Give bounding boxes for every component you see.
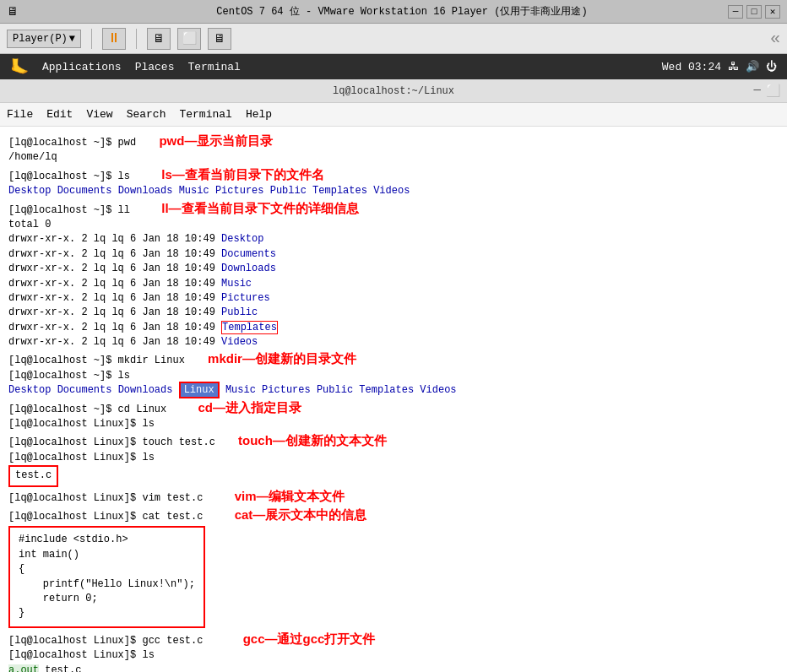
player-dropdown-icon: ▼ [69,33,75,45]
terminal-controls: ─ ⬜ [754,84,780,98]
gnome-clock: Wed 03:24 [662,61,721,73]
code-line-1: #include <stdio.h> [19,533,195,547]
line-ls4-cmd: [lq@localhost Linux]$ ls [8,648,779,663]
annotation-cd: cd—进入指定目录 [198,400,301,415]
terminal-menu-bar: File Edit View Search Terminal Help [0,103,787,127]
linux-dir-highlight: Linux [179,382,220,398]
terminal-maximize-button[interactable]: ⬜ [766,84,780,98]
line-ls2-cmd: [lq@localhost ~]$ ls [8,369,779,383]
menu-terminal[interactable]: Terminal [179,108,231,121]
detail-videos: drwxr-xr-x. 2 lq lq 6 Jan 18 10:49 Video… [8,335,779,350]
code-block: #include <stdio.h> int main() { printf("… [8,526,205,627]
toolbar-sep-1 [91,29,92,49]
restore-button[interactable]: □ [746,5,762,19]
menu-help[interactable]: Help [246,108,272,121]
line-vim-cmd: [lq@localhost Linux]$ vim test.c vim—编辑文… [8,487,779,506]
minimize-button[interactable]: ─ [728,5,743,19]
terminal-title: lq@localhost:~/Linux [333,85,454,97]
detail-music: drwxr-xr-x. 2 lq lq 6 Jan 18 10:49 Music [8,277,779,291]
annotation-touch: touch—创建新的文本文件 [238,433,387,447]
testc-highlight: test.c [8,465,58,486]
detail-downloads: drwxr-xr-x. 2 lq lq 6 Jan 18 10:49 Downl… [8,262,779,276]
annotation-vim: vim—编辑文本文件 [235,489,345,503]
places-menu[interactable]: Places [135,61,175,73]
annotation-pwd: pwd—显示当前目录 [159,133,273,148]
fullscreen-button[interactable]: 🖥 [208,28,231,50]
line-ll-cmd: [lq@localhost ~]$ ll ll—查看当前目录下文件的详细信息 [8,199,779,218]
network-icon: 🖧 [728,61,739,73]
terminal-minimize-button[interactable]: ─ [754,84,761,98]
terminal-window: lq@localhost:~/Linux ─ ⬜ File Edit View … [0,79,787,672]
detail-desktop: drwxr-xr-x. 2 lq lq 6 Jan 18 10:49 Deskt… [8,232,779,247]
detail-pictures: drwxr-xr-x. 2 lq lq 6 Jan 18 10:49 Pictu… [8,291,779,306]
line-gcc-cmd: [lq@localhost Linux]$ gcc test.c gcc—通过g… [8,630,779,648]
code-line-6: } [19,606,195,621]
annotation-ls: ls—查看当前目录下的文件名 [161,167,324,182]
line-pwd-output: /home/lq [8,150,779,165]
terminal-titlebar: lq@localhost:~/Linux ─ ⬜ [0,79,787,103]
terminal-menu[interactable]: Terminal [187,61,240,73]
terminal-content[interactable]: [lq@localhost ~]$ pwd pwd—显示当前目录 /home/l… [0,127,787,672]
player-menu-button[interactable]: Player(P) ▼ [7,30,81,48]
player-label: Player(P) [13,33,68,45]
volume-icon: 🔊 [746,60,759,73]
gnome-right-panel: Wed 03:24 🖧 🔊 ⏻ [662,60,777,73]
menu-edit[interactable]: Edit [46,108,73,121]
line-aout-output: a.out test.c [8,664,779,673]
gnome-topbar: 🦶 Applications Places Terminal Wed 03:24… [0,54,787,79]
annotation-cat: cat—展示文本中的信息 [235,507,367,522]
pause-button[interactable]: ⏸ [102,28,126,50]
code-line-4: printf("Hello Linux!\n"); [19,577,195,592]
aout-file: a.out [8,664,39,673]
line-ls-cmd: [lq@localhost ~]$ ls ls—查看当前目录下的文件名 [8,165,779,184]
line-total: total 0 [8,218,779,232]
gnome-logo-icon: 🦶 [10,57,29,76]
menu-view[interactable]: View [86,108,112,121]
line-cat-cmd: [lq@localhost Linux]$ cat test.c cat—展示文… [8,506,779,524]
detail-public: drwxr-xr-x. 2 lq lq 6 Jan 18 10:49 Publi… [8,306,779,320]
window-controls: ─ □ ✕ [728,5,780,19]
menu-search[interactable]: Search [127,108,166,121]
line-touch-cmd: [lq@localhost Linux]$ touch test.c touch… [8,431,779,450]
power-icon: ⏻ [766,61,777,73]
line-mkdir-cmd: [lq@localhost ~]$ mkdir Linux mkdir—创建新的… [8,350,779,368]
annotation-mkdir: mkdir—创建新的目录文件 [208,351,356,366]
annotation-gcc: gcc—通过gcc打开文件 [243,631,376,646]
toolbar-sep-2 [136,29,137,49]
vm-title: CentOS 7 64 位 - VMware Workstation 16 Pl… [24,4,780,19]
line-cd-cmd: [lq@localhost ~]$ cd Linux cd—进入指定目录 [8,398,779,417]
send-ctrl-alt-del-button[interactable]: 🖥 [147,28,171,50]
line-ls-linux-cmd: [lq@localhost Linux]$ ls [8,417,779,431]
fit-guest-button[interactable]: ⬜ [177,28,201,50]
applications-menu[interactable]: Applications [42,61,122,73]
back-icon: « [770,29,780,48]
code-line-3: { [19,562,195,577]
line-testc-output: test.c [8,465,779,486]
code-line-5: return 0; [19,592,195,606]
line-ls-output: Desktop Documents Downloads Music Pictur… [8,184,779,198]
vmware-toolbar: Player(P) ▼ ⏸ 🖥 ⬜ 🖥 « [0,24,787,54]
line-ls2-output: Desktop Documents Downloads Linux Music … [8,383,779,398]
menu-file[interactable]: File [7,108,33,121]
close-button[interactable]: ✕ [765,5,780,19]
detail-documents: drwxr-xr-x. 2 lq lq 6 Jan 18 10:49 Docum… [8,247,779,262]
line-ls3-cmd: [lq@localhost Linux]$ ls [8,451,779,465]
annotation-ll: ll—查看当前目录下文件的详细信息 [161,201,358,215]
detail-templates: drwxr-xr-x. 2 lq lq 6 Jan 18 10:49 Templ… [8,321,779,335]
code-line-2: int main() [19,548,195,562]
line-pwd-cmd: [lq@localhost ~]$ pwd pwd—显示当前目录 [8,132,779,150]
vm-icon: 🖥 [7,5,19,19]
vm-titlebar: 🖥 CentOS 7 64 位 - VMware Workstation 16 … [0,0,787,24]
